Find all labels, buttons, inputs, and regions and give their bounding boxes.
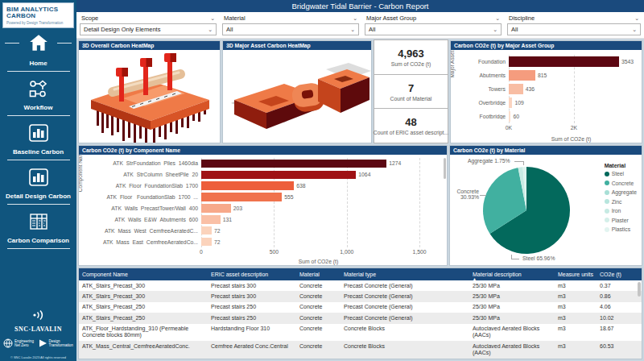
bar-value: 60 (513, 114, 519, 119)
table-cell: 0.37 (597, 280, 642, 291)
column-header-co2e-t[interactable]: CO2e (t) (597, 268, 642, 280)
category-label: ATK_Walls_PrecastTower/Wall_400 (93, 205, 201, 211)
bar-abutments[interactable] (509, 70, 535, 81)
x-axis-ticks: 05001,0001,500 (201, 249, 436, 256)
table-cell: 60.53 (597, 341, 642, 359)
table-cell: m3 (555, 313, 597, 323)
column-header-eric-asset-description[interactable]: ERIC asset description (208, 268, 296, 280)
category-label: ATK_Mass_West_CemfreeAeratedC... (93, 228, 201, 234)
material-dropdown[interactable]: All⌄ (222, 23, 359, 35)
category-label: Towers (465, 86, 509, 92)
legend-item-aggregate[interactable]: Aggregate (605, 189, 637, 195)
chart-scrollbar[interactable] (444, 158, 446, 179)
bar-row: ATK_Floor_FoundationSlab_1700638 (201, 181, 436, 190)
table-cell: Concrete (296, 324, 341, 342)
table-row-atk-floor-hardstanding-310-permeable-concrete-blocks-80mm-4[interactable]: ATK_Floor_Hardstanding_310 (Permeable Co… (79, 324, 642, 342)
legend-item-steel[interactable]: Steel (605, 171, 637, 176)
filter-bar: Scope⌄ Detail Design Only Elements⌄ Mate… (76, 12, 644, 39)
bar-atk-strcolumn-sheetpile-20[interactable] (201, 171, 356, 180)
x-tick-label: 2K (571, 125, 577, 131)
chevron-down-icon[interactable]: ⌄ (495, 15, 500, 22)
legend-item-plastics[interactable]: Plastics (605, 226, 637, 232)
asset-group-bar-chart: Major Asset Group Foundation3543Abutment… (451, 50, 642, 143)
table-cell: Concrete (296, 302, 341, 313)
chevron-down-icon[interactable]: ⌄ (634, 15, 639, 22)
bar-row: Foundation3543 (509, 56, 634, 67)
kpi-value: 48 (405, 116, 416, 128)
major-asset-group-dropdown[interactable]: All⌄ (365, 23, 502, 35)
table-row-atk-stairs-precast-250-2[interactable]: ATK_Stairs_Precast_250Precast stairs 250… (79, 302, 642, 313)
table-row-atk-stairs-precast-300-1[interactable]: ATK_Stairs_Precast_300Precast stairs 300… (79, 291, 642, 301)
category-label: ATK_Floor_FoundationSlab_1700 (93, 183, 201, 189)
snc-lavalin-brand: SNC·LAVALIN (0, 326, 76, 333)
chevron-down-icon[interactable]: ⌄ (210, 15, 215, 22)
bar-atk-mass-west-cemfreeaeratedc[interactable] (201, 226, 212, 235)
table-cell: Concrete Blocks (341, 341, 469, 359)
legend-dot (605, 209, 609, 214)
table-row-atk-mass-central-cemfreeaeratedconc-5[interactable]: ATK_Mass_Central_CemfreeAeratedConc.Cemf… (79, 341, 642, 359)
table-cell: Precast stairs 300 (208, 291, 296, 301)
workflow-icon (28, 78, 49, 102)
bar-row: ATK_StrColumn_SheetPile_201064 (201, 171, 436, 180)
filter-major-asset-group: Major Asset Group⌄ All⌄ (365, 14, 502, 37)
x-tick-label: 1,000 (340, 249, 353, 255)
table-cell: 18.67 (597, 324, 642, 342)
discipline-dropdown[interactable]: All⌄ (507, 23, 641, 35)
kpi-label: Sum of CO2e (t) (391, 61, 431, 67)
x-axis-label: Sum of CO2e (t) (509, 136, 634, 142)
bar-row: Abutments815 (509, 70, 634, 81)
column-header-material[interactable]: Material (296, 268, 341, 280)
divider (57, 43, 72, 44)
bar-atk-walls-e-w-abutments-600[interactable] (201, 215, 221, 224)
sidebar-item-home[interactable]: Home (0, 24, 76, 72)
bar-atk-mass-east-cemfreeaeratedco[interactable] (201, 238, 212, 247)
bar-atk-walls-precasttower-wall-400[interactable] (201, 204, 231, 213)
bar-value: 131 (223, 217, 232, 222)
table-cell: m3 (555, 341, 597, 359)
bar-footbridge[interactable] (509, 111, 510, 122)
bar-towers[interactable] (509, 84, 523, 94)
3d-major-asset-heatmap-viewport[interactable] (223, 50, 371, 143)
column-header-component-name[interactable]: Component Name (79, 268, 208, 280)
panel-detail-table: Component NameERIC asset descriptionMate… (78, 268, 642, 359)
table-cell: Hardstanding Floor 310 (208, 324, 296, 342)
bar-foundation[interactable] (509, 56, 619, 67)
legend-item-plaster[interactable]: Plaster (605, 218, 637, 223)
y-axis-label: Major Asset Group (451, 50, 455, 77)
bar-value: 436 (526, 86, 535, 92)
category-label: Overbridge (465, 100, 509, 106)
table-cell: Precast Concrete (General) (341, 291, 469, 301)
sidebar-item-baseline-carbon[interactable]: Baseline Carbon (0, 116, 76, 160)
sidebar-item-carbon-comparison[interactable]: Carbon Comparison (0, 205, 76, 249)
sidebar-item-detail-design-carbon[interactable]: Detail Design Carbon (0, 160, 76, 205)
chevron-down-icon: ⌄ (493, 27, 497, 33)
panel-title: Carbon CO2e (t) by Major Asset Group (451, 41, 642, 50)
carbon-report-dashboard: BIM ANALYTICS CARBON Powered by Design T… (0, 0, 644, 361)
bar-overbridge[interactable] (509, 98, 512, 108)
bar-atk-strfoundation-piles-1460dia[interactable] (201, 160, 386, 168)
legend-item-concrete[interactable]: Concrete (605, 180, 637, 186)
chevron-down-icon: ⌄ (632, 27, 637, 33)
column-header-material-description[interactable]: Material description▲ (469, 268, 555, 280)
callout-line (511, 255, 519, 259)
bar-atk-floor-foundationslab-1700[interactable] (201, 193, 282, 201)
category-label: ATK_StrColumn_SheetPile_20 (93, 172, 201, 177)
x-tick-label: 1,500 (413, 249, 427, 255)
scope-dropdown[interactable]: Detail Design Only Elements⌄ (80, 23, 217, 35)
legend-item-iron[interactable]: Iron (605, 208, 637, 214)
3d-overall-heatmap-viewport[interactable] (79, 50, 220, 143)
pie-callout-steel: Steel 65.96% (522, 255, 555, 261)
legend-item-zinc[interactable]: Zinc (605, 199, 637, 205)
x-axis-label: Sum of CO2e (t) (201, 259, 436, 264)
divider (5, 43, 19, 44)
table-row-atk-stairs-precast-250-3[interactable]: ATK_Stairs_Precast_250Precast stairs 250… (79, 313, 642, 323)
chevron-down-icon[interactable]: ⌄ (353, 15, 357, 22)
divider (7, 248, 70, 249)
column-header-material-type[interactable]: Material type (341, 268, 469, 280)
comparison-table-icon (28, 212, 49, 234)
table-scrollbar[interactable] (638, 282, 641, 297)
bar-atk-floor-foundationslab-1700[interactable] (201, 181, 294, 190)
table-row-atk-stairs-precast-300-0[interactable]: ATK_Stairs_Precast_300Precast stairs 300… (79, 280, 642, 291)
column-header-measure-units[interactable]: Measure units (555, 268, 597, 280)
sidebar-item-workflow[interactable]: Workflow (0, 72, 76, 116)
